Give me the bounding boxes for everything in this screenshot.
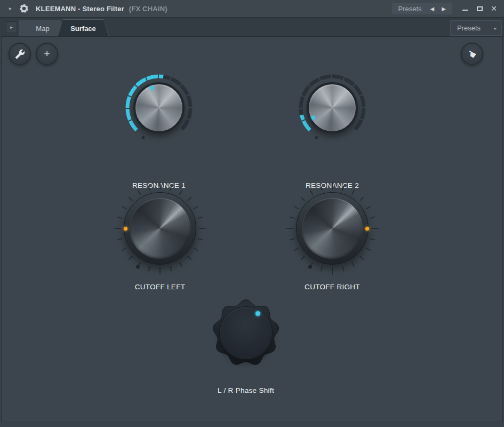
collapse-arrow-icon[interactable]: ▸ <box>9 6 12 11</box>
knob-resonance-2[interactable] <box>298 73 367 143</box>
tab-surface-label: Surface <box>70 25 96 33</box>
presets-menu-button[interactable]: Presets ▸ <box>450 20 502 36</box>
presets-menu-label: Presets <box>457 24 481 32</box>
knob-label-cutoff-right: CUTOFF RIGHT <box>274 283 391 291</box>
knob-cutoff-left[interactable] <box>113 181 207 275</box>
title-bar: ▸ KLEEMANN - Stereo Filter (FX CHAIN) Pr… <box>0 0 504 17</box>
plugin-name: KLEEMANN - Stereo Filter <box>36 5 124 13</box>
wrench-icon <box>15 49 25 59</box>
window-title: KLEEMANN - Stereo Filter (FX CHAIN) <box>36 5 167 13</box>
edit-surface-button[interactable] <box>9 43 31 65</box>
knob-cap <box>302 198 363 259</box>
multilink-controllers-button[interactable]: ☚ <box>461 43 483 65</box>
control-surface: + ☚ RESONANCE 1 RESONANCE 2 CUTOFF LEFT <box>1 36 503 422</box>
plus-icon: + <box>44 49 50 59</box>
knob-cutoff-right[interactable] <box>285 181 379 275</box>
presets-label: Presets <box>398 5 422 13</box>
minimize-button[interactable] <box>461 5 469 12</box>
knob-label-phase-shift: L / R Phase Shift <box>187 386 305 394</box>
knob-label-cutoff-left: CUTOFF LEFT <box>101 283 219 291</box>
close-button[interactable]: ✕ <box>490 5 498 12</box>
hand-pointer-icon: ☚ <box>466 47 479 60</box>
tab-overflow-button[interactable]: ▸ <box>6 21 17 33</box>
knob-value-indicator <box>150 86 154 90</box>
gear-icon[interactable] <box>19 3 29 14</box>
titlebar-presets-selector[interactable]: Presets ◀ ▶ <box>392 3 452 14</box>
knob-cap <box>133 82 185 133</box>
knob-phase-shift[interactable] <box>209 296 283 370</box>
presets-menu-arrow-icon: ▸ <box>494 26 497 31</box>
plugin-window: ▸ KLEEMANN - Stereo Filter (FX CHAIN) Pr… <box>0 0 504 427</box>
maximize-button[interactable] <box>476 5 483 12</box>
tab-surface[interactable]: Surface <box>57 19 109 37</box>
preset-next-icon[interactable]: ▶ <box>442 6 446 12</box>
window-controls: ✕ <box>461 5 498 12</box>
plugin-context: (FX CHAIN) <box>129 5 167 13</box>
tab-bar: ▸ Map Surface Presets ▸ <box>0 17 504 36</box>
knob-cap <box>307 82 358 133</box>
knob-value-indicator <box>124 227 127 231</box>
knob-cap <box>130 198 190 259</box>
knob-resonance-1[interactable] <box>124 73 194 143</box>
knob-value-indicator <box>365 227 369 231</box>
tab-map-label: Map <box>36 25 49 33</box>
preset-prev-icon[interactable]: ◀ <box>430 6 435 12</box>
add-control-button[interactable]: + <box>36 43 58 65</box>
knob-cap <box>219 306 273 360</box>
